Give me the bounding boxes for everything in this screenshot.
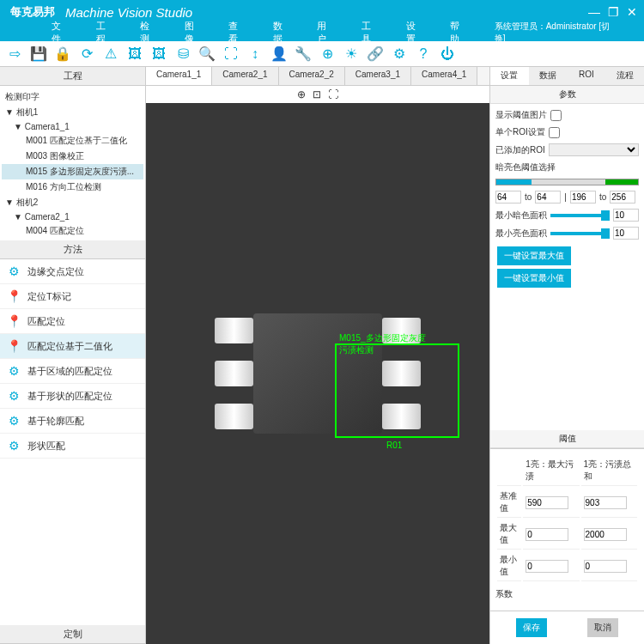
export-icon[interactable]: ⇨: [3, 43, 26, 65]
logo: 每克易邦: [7, 4, 58, 20]
target-icon[interactable]: ⊕: [316, 43, 338, 65]
user-icon[interactable]: 👤: [268, 43, 290, 65]
warning-icon[interactable]: ⚠: [100, 43, 122, 65]
cancel-button[interactable]: 取消: [587, 618, 618, 637]
wrench-icon[interactable]: 🔧: [292, 43, 314, 65]
tree-item[interactable]: ▼ 相机2: [2, 195, 143, 210]
methods-list: ⚙边缘交点定位📍定位T标记📍匹配定位📍匹配定位基于二值化⚙基于区域的匹配定位⚙基…: [0, 259, 145, 625]
range-v4[interactable]: [610, 191, 635, 204]
min-v1[interactable]: [526, 560, 568, 573]
min-dark-slider[interactable]: [550, 214, 610, 217]
save-icon[interactable]: 💾: [27, 43, 50, 65]
set-min-button[interactable]: 一键设置最小值: [497, 269, 571, 288]
added-roi-label: 已添加的ROI: [495, 144, 545, 156]
camera-tab[interactable]: Camera4_1: [411, 67, 477, 85]
base-v1[interactable]: [526, 496, 568, 509]
tool1-icon[interactable]: ↕: [244, 43, 266, 65]
tree-item[interactable]: ▼ Camera1_1: [2, 120, 143, 133]
search-icon[interactable]: 🔍: [196, 43, 218, 65]
roi-name-label: R01: [386, 440, 402, 450]
single-roi-checkbox[interactable]: [549, 127, 560, 138]
minimize-icon[interactable]: —: [588, 5, 600, 19]
method-item[interactable]: 📍定位T标记: [0, 284, 145, 309]
tree-item[interactable]: ▼ 相机1: [2, 105, 143, 120]
refresh-icon[interactable]: ⟳: [76, 43, 98, 65]
tree-item[interactable]: ▼ Camera2_1: [2, 210, 143, 223]
added-roi-select[interactable]: [549, 143, 639, 156]
methods-title: 方法: [0, 240, 145, 259]
power-icon[interactable]: ⏻: [436, 43, 459, 65]
method-item[interactable]: ⚙基于区域的匹配定位: [0, 359, 145, 384]
roi-method-label: M015_多边形固定灰度污渍检测: [339, 332, 429, 356]
image-icon[interactable]: 🖼: [148, 43, 170, 65]
min-dark-value[interactable]: [613, 209, 639, 222]
menubar: 文件 工程 检测 图像 查看 数据 用户 工具 设置 帮助 系统管理员：Admi…: [0, 24, 644, 41]
single-roi-label: 单个ROI设置: [495, 126, 545, 138]
threshold-range-slider[interactable]: [495, 179, 639, 185]
method-icon: 📍: [5, 313, 22, 330]
db-icon[interactable]: ⛁: [172, 43, 194, 65]
help-icon[interactable]: ?: [412, 43, 434, 65]
tree-item[interactable]: M004 匹配定位: [2, 223, 143, 239]
gallery-icon[interactable]: 🖼: [124, 43, 146, 65]
method-icon: 📍: [5, 337, 22, 355]
app-title: Machine Vision Studio: [65, 5, 192, 20]
center-panel: Camera1_1Camera2_1Camera2_2Camera3_1Came…: [146, 67, 489, 644]
right-tab[interactable]: 流程: [605, 67, 644, 85]
maximize-icon[interactable]: ❐: [608, 5, 619, 19]
min-light-label: 最小亮色面积: [495, 228, 547, 240]
method-item[interactable]: ⚙基于轮廓匹配: [0, 409, 145, 434]
max-v2[interactable]: [584, 528, 627, 541]
camera-tab[interactable]: Camera3_1: [345, 67, 411, 85]
method-icon: ⚙: [5, 437, 22, 454]
tree-item[interactable]: M015 多边形固定灰度污渍...: [2, 164, 143, 179]
save-button[interactable]: 保存: [516, 618, 547, 637]
min-dark-label: 最小暗色面积: [495, 210, 547, 222]
method-item[interactable]: ⚙基于形状的匹配定位: [0, 384, 145, 409]
lock-icon[interactable]: 🔒: [52, 43, 74, 65]
base-v2[interactable]: [584, 496, 627, 509]
window-controls: — ❐ ✕: [583, 5, 637, 19]
tree-item[interactable]: M001 匹配定位基于二值化: [2, 133, 143, 149]
params-header: 参数: [490, 86, 644, 104]
custom-section[interactable]: 定制: [0, 625, 145, 644]
zoom-in-icon[interactable]: ⊕: [297, 88, 306, 100]
right-tab[interactable]: 设置: [490, 67, 529, 85]
set-max-button[interactable]: 一键设置最大值: [497, 246, 571, 265]
gear-icon[interactable]: ⚙: [388, 43, 410, 65]
min-light-value[interactable]: [613, 227, 639, 240]
camera-tab[interactable]: Camera2_2: [279, 67, 345, 85]
method-item[interactable]: ⚙边缘交点定位: [0, 259, 145, 284]
image-viewer[interactable]: M015_多边形固定灰度污渍检测 R01: [146, 103, 489, 644]
method-icon: ⚙: [5, 412, 22, 429]
chip-image: M015_多边形固定灰度污渍检测 R01: [206, 296, 429, 451]
range-v1[interactable]: [495, 191, 521, 204]
tree-item[interactable]: M016 方向工位检测: [2, 179, 143, 195]
camera-tab[interactable]: Camera1_1: [146, 67, 212, 85]
min-v2[interactable]: [584, 560, 627, 573]
camera-tabs: Camera1_1Camera2_1Camera2_2Camera3_1Came…: [146, 67, 489, 86]
range-v3[interactable]: [570, 191, 596, 204]
method-item[interactable]: 📍匹配定位: [0, 309, 145, 334]
fullscreen-icon[interactable]: ⛶: [328, 88, 338, 100]
tree-item[interactable]: 检测印字: [2, 89, 143, 105]
link-icon[interactable]: 🔗: [364, 43, 386, 65]
zoom-fit-icon[interactable]: ⊡: [313, 88, 321, 100]
max-v1[interactable]: [526, 528, 568, 541]
project-panel-title: 工程: [0, 67, 145, 86]
right-tab[interactable]: ROI: [568, 67, 606, 85]
close-icon[interactable]: ✕: [627, 5, 637, 19]
show-thresh-checkbox[interactable]: [550, 110, 562, 121]
light-icon[interactable]: ☀: [340, 43, 362, 65]
camera-tab[interactable]: Camera2_1: [212, 67, 278, 85]
method-item[interactable]: 📍匹配定位基于二值化: [0, 334, 145, 359]
tree-item[interactable]: M003 图像校正: [2, 149, 143, 164]
method-icon: ⚙: [5, 263, 22, 280]
expand-icon[interactable]: ⛶: [220, 43, 242, 65]
method-item[interactable]: ⚙形状匹配: [0, 434, 145, 459]
method-icon: 📍: [5, 288, 22, 305]
range-v2[interactable]: [535, 191, 561, 204]
min-light-slider[interactable]: [550, 232, 610, 235]
right-tab[interactable]: 数据: [529, 67, 568, 85]
right-panel: 设置数据ROI流程 参数 显示阈值图片 单个ROI设置 已添加的ROI 暗亮色阈…: [489, 67, 644, 644]
